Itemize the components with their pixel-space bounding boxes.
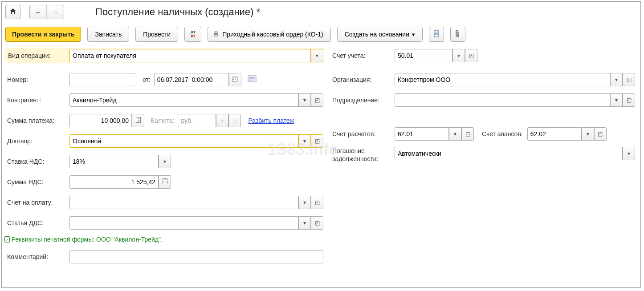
advance-account-input[interactable] (527, 127, 582, 141)
payment-sum-calc[interactable] (132, 114, 144, 127)
dds-input[interactable] (69, 216, 298, 230)
save-button[interactable]: Записать (87, 27, 129, 42)
account-input[interactable] (395, 49, 452, 62)
svg-point-27 (166, 181, 167, 182)
debt-row: Погашение задолженности: ▾ (332, 147, 635, 163)
account-row: Счет учета: ▾ ◰ (332, 48, 635, 63)
create-based-button[interactable]: Создать на основании ▾ (337, 27, 423, 42)
org-open[interactable]: ◰ (623, 73, 635, 86)
calendar-icon (232, 76, 238, 83)
print-order-button[interactable]: Приходный кассовый ордер (КО-1) (208, 27, 331, 42)
chevron-down-icon: ▾ (412, 31, 415, 38)
counterparty-row: Контрагент: ▾ ◰ (7, 93, 323, 108)
dept-open[interactable]: ◰ (623, 93, 635, 107)
svg-point-18 (138, 120, 139, 121)
account-open[interactable]: ◰ (465, 49, 477, 62)
invoice-dropdown[interactable]: ▾ (298, 196, 311, 209)
comment-label: Комментарий: (7, 253, 69, 260)
dept-dropdown[interactable]: ▾ (610, 93, 623, 107)
operation-type-dropdown[interactable]: ▾ (311, 49, 323, 62)
vat-sum-row: Сумма НДС: (7, 174, 323, 190)
document-button[interactable] (429, 27, 444, 42)
operation-type-row: Вид операции: ▾ (7, 48, 323, 63)
attach-button[interactable] (450, 27, 465, 42)
form: Вид операции: ▾ Номер: от: (2, 48, 640, 270)
operation-type-label: Вид операции: (4, 49, 69, 62)
currency-label: Валюта: (151, 117, 174, 124)
counterparty-open[interactable]: ◰ (311, 93, 323, 107)
vat-sum-input[interactable] (69, 175, 159, 189)
contract-open[interactable]: ◰ (311, 134, 323, 148)
number-input[interactable] (69, 73, 136, 86)
svg-rect-9 (233, 79, 234, 80)
popout-icon: ◰ (315, 97, 320, 103)
account-dropdown[interactable]: ▾ (452, 49, 465, 62)
org-label: Организация: (332, 76, 395, 83)
create-based-label: Создать на основании (345, 31, 409, 38)
debt-input[interactable] (395, 147, 623, 160)
settle-account-input[interactable] (395, 127, 449, 141)
dept-input[interactable] (395, 93, 610, 107)
forward-button[interactable]: → (47, 5, 64, 19)
org-dropdown[interactable]: ▾ (610, 73, 623, 86)
org-input[interactable] (395, 73, 610, 86)
post-button[interactable]: Провести (135, 27, 178, 42)
back-button[interactable]: ← (30, 5, 47, 19)
debt-dropdown[interactable]: ▾ (623, 147, 635, 160)
dds-label: Статья ДДС: (7, 219, 69, 226)
contract-input[interactable] (69, 134, 298, 148)
advance-account-label: Счет авансов: (482, 130, 523, 137)
svg-rect-2 (215, 35, 217, 36)
counterparty-dropdown[interactable]: ▾ (298, 93, 311, 107)
settle-account-dropdown[interactable]: ▾ (449, 127, 461, 141)
print-order-label: Приходный кассовый ордер (КО-1) (222, 31, 323, 38)
requisites-link[interactable]: › Реквизиты печатной формы: ООО "Аквилон… (4, 236, 323, 243)
advance-account-open[interactable]: ◰ (594, 127, 607, 141)
vat-sum-calc[interactable] (159, 175, 171, 189)
advance-account-dropdown[interactable]: ▾ (582, 127, 594, 141)
dds-dropdown[interactable]: ▾ (298, 216, 311, 230)
requisites-text: Реквизиты печатной формы: ООО "Аквилон-Т… (12, 236, 163, 243)
svg-rect-16 (137, 118, 140, 119)
calculator-icon (136, 117, 141, 124)
svg-rect-10 (235, 79, 236, 80)
date-input[interactable] (154, 73, 229, 86)
svg-point-22 (139, 121, 140, 122)
comment-row: Комментарий: (7, 249, 323, 264)
svg-point-28 (163, 182, 164, 183)
currency-open: ◰ (228, 114, 241, 127)
notes-button[interactable] (248, 75, 257, 85)
dept-row: Подразделение: ▾ ◰ (332, 93, 635, 108)
svg-point-25 (163, 181, 164, 182)
comment-input[interactable] (69, 250, 323, 263)
chevron-down-icon: ▾ (316, 53, 318, 59)
home-button[interactable] (5, 5, 20, 19)
right-column: Счет учета: ▾ ◰ Организация: ▾ ◰ Подразд… (332, 48, 635, 270)
vat-rate-dropdown[interactable]: ▾ (159, 155, 171, 168)
invoice-open[interactable]: ◰ (311, 196, 323, 209)
post-close-label: Провести и закрыть (12, 31, 74, 38)
svg-rect-1 (215, 32, 217, 33)
debt-label: Погашение задолженности: (332, 147, 395, 163)
payment-sum-input[interactable] (69, 114, 132, 127)
invoice-input[interactable] (69, 196, 298, 209)
contract-dropdown[interactable]: ▾ (298, 134, 311, 148)
settle-account-open[interactable]: ◰ (461, 127, 474, 141)
operation-type-input[interactable] (69, 49, 311, 62)
currency-dropdown: ▾ (216, 114, 228, 127)
dds-open[interactable]: ◰ (311, 216, 323, 230)
split-payment-link[interactable]: Разбить платеж (248, 117, 294, 124)
svg-point-20 (137, 121, 138, 122)
date-picker-button[interactable] (229, 73, 241, 86)
account-label: Счет учета: (332, 52, 395, 59)
chevron-down-icon: ▾ (303, 97, 306, 103)
popout-icon: ◰ (315, 138, 320, 144)
counterparty-input[interactable] (69, 93, 298, 107)
title-bar: ← → Поступление наличных (создание) * (2, 2, 640, 22)
popout-icon: ◰ (315, 220, 320, 226)
dtkt-button[interactable]: ДтКт (184, 27, 201, 42)
svg-point-17 (137, 120, 138, 121)
post-and-close-button[interactable]: Провести и закрыть (5, 27, 81, 42)
vat-rate-input[interactable] (69, 155, 159, 168)
vat-rate-label: Ставка НДС: (7, 158, 69, 165)
